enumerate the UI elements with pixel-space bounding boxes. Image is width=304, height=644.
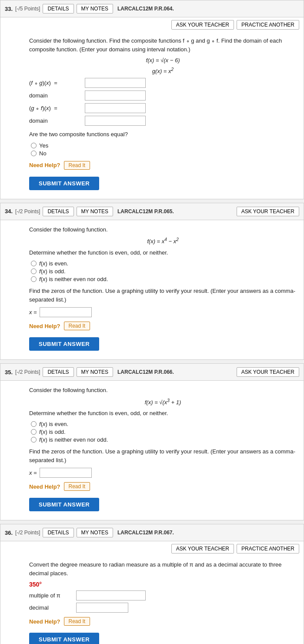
q35-determine-text: Determine whether the function is even, … [29, 409, 297, 418]
q33-fog-input[interactable] [85, 78, 146, 88]
question-36: 36. [-/2 Points] DETAILS MY NOTES LARCAL… [0, 524, 304, 644]
q33-read-it-button[interactable]: Read It [64, 161, 90, 170]
q36-need-help-text: Need Help? [29, 618, 60, 625]
q36-need-help: Need Help? Read It [29, 617, 297, 626]
q33-need-help: Need Help? Read It [29, 161, 297, 170]
q35-zeros-text: Find the zeros of the function. Use a gr… [29, 447, 297, 464]
q33-mynotes-button[interactable]: MY NOTES [77, 4, 113, 13]
q36-highlighted-value: 350° [29, 581, 297, 588]
q36-actions: ASK YOUR TEACHER PRACTICE ANOTHER [0, 541, 304, 555]
q34-radio-odd-input[interactable] [31, 268, 37, 274]
q34-submit-button[interactable]: SUBMIT ANSWER [29, 337, 99, 351]
q36-number: 36. [5, 530, 13, 536]
q35-radio-odd[interactable]: f(x) is odd. [31, 429, 297, 435]
q34-need-help-text: Need Help? [29, 323, 60, 329]
q34-ask-teacher-button[interactable]: ASK YOUR TEACHER [237, 207, 299, 216]
question-34: 34. [-/2 Points] DETAILS MY NOTES LARCAL… [0, 203, 304, 360]
q35-x-row: x = [29, 468, 297, 478]
q33-submit-button[interactable]: SUBMIT ANSWER [29, 177, 99, 190]
q33-need-help-text: Need Help? [29, 162, 60, 168]
q35-mynotes-button[interactable]: MY NOTES [77, 367, 113, 377]
q36-submit-button[interactable]: SUBMIT ANSWER [29, 633, 99, 644]
q35-radio-even-input[interactable] [31, 421, 37, 427]
q33-ask-teacher-button[interactable]: ASK YOUR TEACHER [171, 20, 234, 30]
q33-gof-domain-input[interactable] [85, 116, 146, 126]
q33-body-text: Consider the following function. Find th… [29, 37, 297, 54]
q34-points: [-/2 Points] [15, 208, 40, 215]
q35-submit-button[interactable]: SUBMIT ANSWER [29, 498, 99, 511]
q33-gof-label: (g ∘ f)(x) = [29, 105, 81, 111]
q34-radio-even-input[interactable] [31, 261, 37, 266]
q33-gof-row: (g ∘ f)(x) = [29, 103, 297, 113]
q34-mynotes-button[interactable]: MY NOTES [77, 207, 113, 216]
q33-equal-question: Are the two composite functions equal? [29, 130, 297, 139]
q34-zeros-text: Find the zeros of the function. Use a gr… [29, 287, 297, 304]
q34-radio-even[interactable]: f(x) is even. [31, 260, 297, 267]
q35-even-odd-group: f(x) is even. f(x) is odd. f(x) is neith… [31, 421, 297, 443]
q35-radio-odd-input[interactable] [31, 429, 37, 435]
q35-read-it-button[interactable]: Read It [64, 482, 90, 491]
q34-radio-neither-input[interactable] [31, 276, 37, 282]
q34-radio-neither[interactable]: f(x) is neither even nor odd. [31, 276, 297, 282]
question-33-header: 33. [-/5 Points] DETAILS MY NOTES LARCAL… [0, 0, 304, 17]
q33-gof-domain-label: domain [29, 117, 81, 124]
q34-body-text: Consider the following function. [29, 225, 297, 234]
q35-radio-neither[interactable]: f(x) is neither even nor odd. [31, 436, 297, 443]
q36-details-button[interactable]: DETAILS [43, 528, 73, 537]
q36-multpi-label: multiple of π [29, 592, 73, 599]
q36-decimal-input[interactable] [76, 603, 128, 613]
q35-body: Consider the following function. f(x) = … [0, 381, 304, 520]
q36-decimal-row: decimal [29, 603, 297, 613]
q33-gof-domain-row: domain [29, 116, 297, 126]
q35-larcalc-ref: LARCALC12M P.R.066. [117, 369, 174, 375]
q34-even-odd-group: f(x) is even. f(x) is odd. f(x) is neith… [31, 260, 297, 282]
q35-details-button[interactable]: DETAILS [43, 367, 73, 377]
q33-radio-no-input[interactable] [31, 151, 37, 156]
q36-ask-teacher-button[interactable]: ASK YOUR TEACHER [171, 544, 234, 553]
q35-points: [-/2 Points] [15, 369, 40, 375]
q35-need-help: Need Help? Read It [29, 482, 297, 491]
q36-decimal-label: decimal [29, 604, 73, 611]
q36-body: Convert the degree measure to radian mea… [0, 555, 304, 644]
q35-x-label: x = [29, 470, 37, 476]
q35-body-text: Consider the following function. [29, 386, 297, 395]
q33-fog-label: (f ∘ g)(x) = [29, 80, 81, 86]
q35-radio-neither-input[interactable] [31, 437, 37, 443]
q33-radio-no[interactable]: No [31, 150, 297, 157]
question-34-header: 34. [-/2 Points] DETAILS MY NOTES LARCAL… [0, 203, 304, 220]
q33-math2: g(x) = x2 [29, 67, 297, 74]
q35-math1: f(x) = √(x3 + 1) [29, 398, 297, 406]
q33-details-button[interactable]: DETAILS [43, 4, 73, 13]
q36-practice-button[interactable]: PRACTICE ANOTHER [237, 544, 299, 553]
q33-gof-input[interactable] [85, 103, 146, 113]
q34-x-input[interactable] [40, 307, 92, 317]
q33-body: Consider the following function. Find th… [0, 31, 304, 199]
q35-radio-even[interactable]: f(x) is even. [31, 421, 297, 427]
q34-x-label: x = [29, 309, 37, 315]
q33-fog-domain-label: domain [29, 92, 81, 99]
q34-larcalc-ref: LARCALC12M P.R.065. [117, 208, 174, 215]
q33-fog-domain-input[interactable] [85, 91, 146, 101]
q34-body: Consider the following function. f(x) = … [0, 220, 304, 359]
q33-radio-yes[interactable]: Yes [31, 142, 297, 149]
q33-actions: ASK YOUR TEACHER PRACTICE ANOTHER [0, 17, 304, 31]
q33-radio-yes-input[interactable] [31, 143, 37, 148]
q34-math1: f(x) = x4 − x2 [29, 237, 297, 245]
q36-multpi-row: multiple of π [29, 590, 297, 600]
q34-details-button[interactable]: DETAILS [43, 207, 73, 216]
q36-mynotes-button[interactable]: MY NOTES [77, 528, 113, 537]
q36-larcalc-ref: LARCALC12M P.R.067. [117, 530, 174, 536]
q35-need-help-text: Need Help? [29, 483, 60, 490]
q36-read-it-button[interactable]: Read It [64, 617, 90, 626]
question-33: 33. [-/5 Points] DETAILS MY NOTES LARCAL… [0, 0, 304, 199]
q34-x-row: x = [29, 307, 297, 317]
q33-larcalc-ref: LARCALC12M P.R.064. [117, 6, 174, 12]
q34-radio-odd[interactable]: f(x) is odd. [31, 268, 297, 275]
q34-read-it-button[interactable]: Read It [64, 322, 90, 330]
q35-x-input[interactable] [40, 468, 92, 478]
q34-number: 34. [5, 208, 13, 215]
q35-ask-teacher-button[interactable]: ASK YOUR TEACHER [237, 367, 299, 377]
q36-multpi-input[interactable] [76, 590, 146, 600]
q33-practice-button[interactable]: PRACTICE ANOTHER [237, 20, 299, 30]
q33-fog-domain-row: domain [29, 91, 297, 101]
